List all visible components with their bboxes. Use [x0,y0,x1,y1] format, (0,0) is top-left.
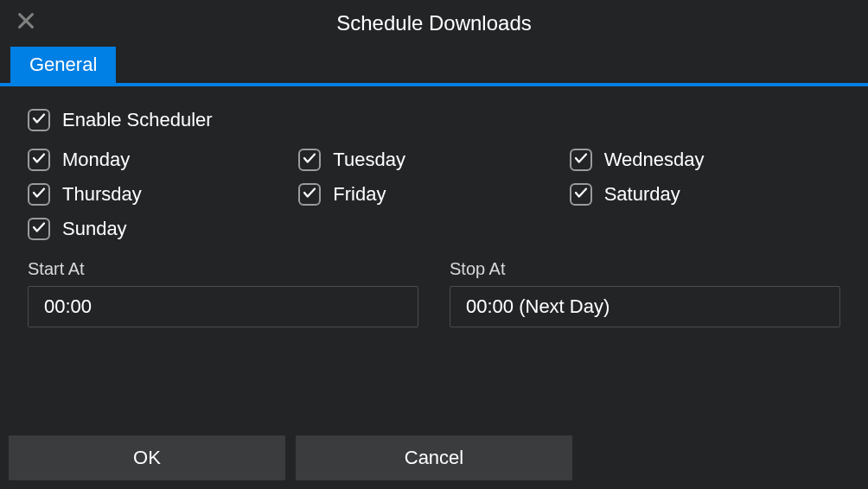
start-at-group: Start At 00:00 [28,259,418,327]
check-icon [31,111,47,130]
close-icon [16,11,35,34]
cancel-button[interactable]: Cancel [296,435,572,480]
tuesday-checkbox[interactable] [298,149,321,171]
day-thursday: Thursday [28,183,298,206]
friday-label: Friday [333,183,386,206]
monday-checkbox[interactable] [28,149,50,171]
start-at-field[interactable]: 00:00 [28,286,418,327]
days-grid: Monday Tuesday Wednesday Thursday Friday… [28,149,840,240]
enable-scheduler-label: Enable Scheduler [62,109,213,131]
day-monday: Monday [28,149,298,171]
check-icon [31,185,47,204]
enable-scheduler-checkbox[interactable] [28,109,50,131]
friday-checkbox[interactable] [298,183,321,206]
start-at-value: 00:00 [44,295,92,318]
day-saturday: Saturday [570,183,840,206]
check-icon [31,219,47,238]
tab-general[interactable]: General [10,47,116,83]
stop-at-field[interactable]: 00:00 (Next Day) [450,286,840,327]
wednesday-checkbox[interactable] [570,149,592,171]
check-icon [302,185,317,204]
thursday-label: Thursday [62,183,142,206]
tab-general-label: General [29,54,97,76]
day-wednesday: Wednesday [570,149,840,171]
thursday-checkbox[interactable] [28,183,50,206]
wednesday-label: Wednesday [604,149,705,171]
dialog-title: Schedule Downloads [336,11,531,35]
cancel-button-label: Cancel [405,447,463,469]
stop-at-group: Stop At 00:00 (Next Day) [450,259,840,327]
enable-scheduler-row: Enable Scheduler [28,109,840,131]
day-friday: Friday [298,183,569,206]
tab-bar: General [0,47,868,86]
content-panel: Enable Scheduler Monday Tuesday Wednesda… [0,86,868,435]
ok-button[interactable]: OK [9,435,285,480]
day-sunday: Sunday [28,218,298,240]
day-tuesday: Tuesday [298,149,569,171]
tuesday-label: Tuesday [333,149,405,171]
time-row: Start At 00:00 Stop At 00:00 (Next Day) [28,259,840,327]
check-icon [31,150,47,169]
close-button[interactable] [16,12,36,33]
dialog-header: Schedule Downloads [0,0,868,47]
check-icon [573,185,589,204]
stop-at-label: Stop At [450,259,840,279]
saturday-checkbox[interactable] [570,183,592,206]
saturday-label: Saturday [604,183,680,206]
check-icon [573,150,589,169]
check-icon [302,150,317,169]
dialog-footer: OK Cancel [0,435,868,489]
monday-label: Monday [62,149,130,171]
sunday-checkbox[interactable] [28,218,50,240]
ok-button-label: OK [133,447,161,469]
start-at-label: Start At [28,259,418,279]
sunday-label: Sunday [62,218,127,240]
stop-at-value: 00:00 (Next Day) [466,295,610,318]
